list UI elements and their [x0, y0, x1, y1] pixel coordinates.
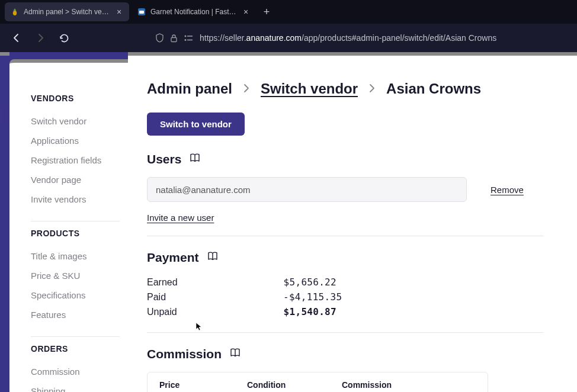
col-condition: Condition — [247, 380, 342, 390]
svg-rect-7 — [187, 39, 193, 40]
payment-label: Paid — [147, 290, 283, 305]
chevron-right-icon — [243, 82, 250, 96]
payment-header: Payment — [147, 250, 553, 265]
close-icon[interactable]: × — [242, 8, 250, 16]
payment-value: $5,656.22 — [283, 275, 336, 290]
svg-point-4 — [185, 35, 187, 37]
payment-title: Payment — [147, 250, 199, 265]
col-commission: Commission — [342, 380, 437, 390]
payment-value: $1,540.87 — [283, 305, 336, 320]
forward-button[interactable] — [31, 28, 50, 47]
payment-label: Unpaid — [147, 305, 283, 320]
sidebar-item-commission[interactable]: Commission — [31, 362, 120, 381]
payment-label: Earned — [147, 275, 283, 290]
svg-rect-5 — [187, 36, 193, 37]
invite-user-link[interactable]: Invite a new user — [147, 213, 214, 223]
new-tab-button[interactable]: + — [258, 4, 275, 20]
sidebar-item-vendor-page[interactable]: Vendor page — [31, 170, 120, 189]
back-button[interactable] — [7, 28, 26, 47]
divider — [147, 236, 544, 236]
divider — [31, 336, 120, 337]
sidebar-heading-products: PRODUCTS — [31, 229, 120, 238]
app-container: VENDORS Switch vendor Applications Regis… — [0, 52, 577, 392]
sidebar-item-registration-fields[interactable]: Registration fields — [31, 150, 120, 170]
sidebar-item-applications[interactable]: Applications — [31, 131, 120, 150]
commission-table-header: Price Condition Commission — [148, 372, 488, 392]
sidebar-item-specifications[interactable]: Specifications — [31, 285, 120, 305]
svg-rect-3 — [171, 37, 177, 41]
url-bar[interactable]: https://seller.ananature.com/app/product… — [149, 28, 570, 47]
sidebar-item-price-sku[interactable]: Price & SKU — [31, 266, 120, 285]
switch-to-vendor-button[interactable]: Switch to vendor — [147, 113, 245, 136]
book-icon[interactable] — [190, 153, 200, 166]
active-marker — [0, 108, 3, 124]
breadcrumb-switch-vendor[interactable]: Switch vendor — [261, 81, 358, 97]
permissions-icon — [184, 34, 194, 42]
commission-table: Price Condition Commission — [147, 372, 488, 392]
reload-button[interactable] — [55, 28, 73, 47]
sidebar-item-shipping[interactable]: Shipping — [31, 381, 120, 392]
remove-user-link[interactable]: Remove — [491, 185, 524, 195]
sidebar-item-title-images[interactable]: Title & images — [31, 246, 120, 266]
divider — [31, 221, 120, 221]
commission-title: Commission — [147, 347, 222, 361]
breadcrumb: Admin panel Switch vendor Asian Crowns — [147, 81, 553, 97]
browser-chrome: Admin panel > Switch vendor > × Garnet N… — [0, 0, 577, 52]
payment-row-paid: Paid -$4,115.35 — [147, 290, 553, 305]
fastmail-icon — [137, 8, 146, 16]
payment-rows: Earned $5,656.22 Paid -$4,115.35 Unpaid … — [147, 275, 553, 319]
tab-title: Garnet Notification | Fastmail — [150, 8, 237, 16]
book-icon[interactable] — [207, 251, 218, 264]
breadcrumb-vendor-name: Asian Crowns — [386, 81, 481, 97]
shield-icon — [155, 33, 164, 43]
svg-point-6 — [185, 39, 187, 41]
users-title: Users — [147, 152, 181, 166]
tab-title: Admin panel > Switch vendor > — [24, 8, 110, 16]
payment-row-unpaid: Unpaid $1,540.87 — [147, 305, 553, 320]
sidebar-item-invite-vendors[interactable]: Invite vendors — [31, 189, 120, 209]
pineapple-icon — [11, 8, 19, 16]
sidebar: VENDORS Switch vendor Applications Regis… — [9, 59, 128, 392]
nav-bar: https://seller.ananature.com/app/product… — [0, 24, 577, 52]
breadcrumb-admin[interactable]: Admin panel — [147, 81, 232, 97]
svg-rect-2 — [139, 11, 144, 14]
payment-row-earned: Earned $5,656.22 — [147, 275, 553, 290]
sidebar-heading-orders: ORDERS — [31, 344, 120, 354]
svg-point-0 — [13, 11, 17, 15]
sidebar-heading-vendors: VENDORS — [31, 94, 120, 103]
sidebar-item-switch-vendor[interactable]: Switch vendor — [31, 111, 120, 131]
close-icon[interactable]: × — [115, 8, 123, 16]
sidebar-item-features[interactable]: Features — [31, 305, 120, 324]
payment-value: -$4,115.35 — [283, 290, 336, 305]
col-price: Price — [159, 380, 247, 390]
users-header: Users — [147, 152, 553, 166]
user-email-input[interactable] — [147, 177, 467, 202]
book-icon[interactable] — [230, 348, 241, 361]
main-content: Admin panel Switch vendor Asian Crowns S… — [128, 52, 577, 392]
tab-bar: Admin panel > Switch vendor > × Garnet N… — [0, 0, 577, 24]
sidebar-strip — [0, 52, 9, 392]
browser-tab-1[interactable]: Garnet Notification | Fastmail × — [132, 2, 256, 21]
divider — [147, 332, 544, 333]
browser-tab-0[interactable]: Admin panel > Switch vendor > × — [5, 2, 129, 21]
chevron-right-icon — [368, 82, 376, 96]
user-row: Remove — [147, 177, 553, 202]
commission-header: Commission — [147, 347, 553, 361]
url-text: https://seller.ananature.com/app/product… — [200, 33, 564, 43]
lock-icon — [170, 34, 178, 43]
